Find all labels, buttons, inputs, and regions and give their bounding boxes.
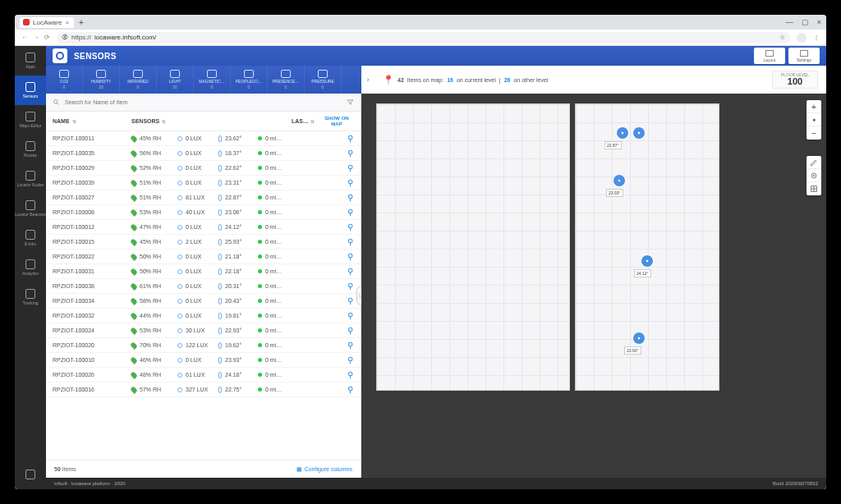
lux-value: 0 LUX: [186, 268, 215, 274]
floorplan-canvas[interactable]: 22.87°23.93°24.12°23.93° + ● −: [361, 94, 826, 478]
table-row[interactable]: RPZIOT-10002648% RH61 LUX24.18°0 mi…⚲: [46, 368, 361, 383]
show-on-map-pin[interactable]: ⚲: [346, 355, 354, 364]
map-sensor-pin[interactable]: [632, 126, 646, 140]
show-on-map-pin[interactable]: ⚲: [346, 134, 354, 143]
show-on-map-pin[interactable]: ⚲: [346, 149, 354, 158]
show-on-map-pin[interactable]: ⚲: [346, 282, 354, 291]
svg-point-4: [618, 180, 621, 182]
nav-reload-icon[interactable]: ⟳: [44, 34, 50, 41]
show-on-map-pin[interactable]: ⚲: [346, 311, 354, 320]
category-presence[interactable]: PRESENCE…0: [268, 66, 305, 94]
browser-tab[interactable]: LocAware ×: [20, 17, 74, 28]
table-row[interactable]: RPZIOT-10003458% RH0 LUX20.43°0 mi…⚲: [46, 294, 361, 309]
close-tab-icon[interactable]: ×: [65, 19, 69, 26]
show-on-map-pin[interactable]: ⚲: [346, 208, 354, 217]
window-maximize-icon[interactable]: ▢: [802, 18, 809, 26]
humidity-icon: [130, 371, 138, 379]
map-sensor-pin[interactable]: [641, 254, 654, 268]
category-humidity[interactable]: HUMIDITY20: [83, 66, 120, 94]
nav-back-icon[interactable]: ←: [21, 34, 28, 41]
svg-point-2: [622, 132, 624, 135]
zoom-out-button[interactable]: −: [807, 126, 821, 140]
sidebar-item-routes[interactable]: Routes: [15, 135, 46, 164]
star-icon[interactable]: ☆: [779, 34, 785, 41]
zoom-in-button[interactable]: +: [807, 100, 821, 113]
table-row[interactable]: RPZIOT-10003244% RH0 LUX19.81°0 mi…⚲: [46, 309, 361, 323]
sidebar-item-tracking[interactable]: Tracking: [15, 282, 46, 312]
filter-icon[interactable]: [347, 99, 354, 106]
table-row[interactable]: RPZIOT-10002952% RH0 LUX22.62°0 mi…⚲: [46, 161, 361, 176]
category-peopleco[interactable]: PEOPLECO…0: [231, 66, 268, 94]
category-light[interactable]: LIGHT20: [157, 66, 194, 94]
table-row[interactable]: RPZIOT-10003556% RH0 LUX18.37°0 mi…⚲: [46, 146, 361, 161]
table-body[interactable]: RPZIOT-10001145% RH0 LUX23.62°0 mi…⚲RPZI…: [46, 131, 361, 460]
show-on-map-pin[interactable]: ⚲: [346, 163, 354, 172]
show-on-map-pin[interactable]: ⚲: [346, 193, 354, 202]
sidebar-item-locator-nodes[interactable]: Locator Nodes: [15, 164, 46, 194]
settings-button[interactable]: Settings: [788, 48, 820, 64]
sidebar-item-sensors[interactable]: Sensors: [15, 76, 46, 105]
map-sensor-pin[interactable]: [613, 174, 626, 187]
target-tool-button[interactable]: [807, 169, 821, 182]
show-on-map-pin[interactable]: ⚲: [346, 222, 354, 231]
new-tab-button[interactable]: +: [79, 18, 84, 27]
window-minimize-icon[interactable]: —: [786, 18, 793, 26]
category-co[interactable]: CO20: [46, 66, 83, 94]
table-row[interactable]: RPZIOT-10001046% RH0 LUX23.93°0 mi…⚲: [46, 353, 361, 368]
table-row[interactable]: RPZIOT-10001657% RH327 LUX22.75°0 mi…⚲: [46, 383, 361, 397]
show-on-map-pin[interactable]: ⚲: [346, 252, 354, 261]
grid-tool-button[interactable]: [807, 182, 821, 195]
browser-menu-icon[interactable]: ⋮: [813, 34, 820, 41]
nav-forward-icon[interactable]: →: [33, 34, 39, 41]
last-value: 0 mi…: [265, 239, 290, 245]
sidebar-item-maps-editor[interactable]: Maps Editor: [15, 105, 46, 135]
map-pin-icon: 📍: [383, 75, 394, 85]
category-magnetic[interactable]: MAGNETIC…0: [194, 66, 231, 94]
sidebar-item-e-inks[interactable]: E-Inks: [15, 223, 46, 253]
table-row[interactable]: RPZIOT-10003150% RH0 LUX22.18°0 mi…⚲: [46, 264, 361, 279]
temp-icon: [218, 254, 222, 260]
category-scroll-right[interactable]: ›: [361, 66, 375, 94]
layout-button[interactable]: Layout: [754, 48, 785, 64]
col-name-header[interactable]: NAME⇅: [53, 118, 131, 124]
show-on-map-pin[interactable]: ⚲: [346, 267, 354, 276]
sidebar-item-apps[interactable]: Apps: [15, 46, 46, 76]
table-row[interactable]: RPZIOT-10003951% RH0 LUX23.31°0 mi…⚲: [46, 176, 361, 190]
search-input[interactable]: [65, 99, 342, 105]
lux-value: 30 LUX: [186, 328, 215, 333]
floor-selector[interactable]: FLOOR LEVEL 100: [772, 71, 818, 89]
show-on-map-pin[interactable]: ⚲: [346, 178, 354, 187]
table-row[interactable]: RPZIOT-10002250% RH0 LUX21.18°0 mi…⚲: [46, 250, 361, 264]
sidebar-item-analytics[interactable]: Analytics: [15, 253, 46, 282]
show-on-map-pin[interactable]: ⚲: [346, 385, 354, 394]
profile-avatar[interactable]: [797, 33, 807, 43]
table-row[interactable]: RPZIOT-10002751% RH81 LUX22.87°0 mi…⚲: [46, 190, 361, 205]
category-pressure[interactable]: PRESSURE0: [305, 66, 342, 94]
edit-tool-button[interactable]: [807, 156, 821, 169]
zoom-dot-button[interactable]: ●: [807, 113, 821, 126]
col-last-header[interactable]: LAS…⇅: [292, 118, 319, 124]
show-on-map-pin[interactable]: ⚲: [346, 341, 354, 350]
window-close-icon[interactable]: ×: [817, 18, 821, 26]
temp-icon: [218, 328, 222, 334]
table-row[interactable]: RPZIOT-10001247% RH0 LUX24.12°0 mi…⚲: [46, 220, 361, 235]
table-row[interactable]: RPZIOT-10001145% RH0 LUX23.62°0 mi…⚲: [46, 131, 361, 146]
table-row[interactable]: RPZIOT-10003861% RH0 LUX20.31°0 mi…⚲: [46, 279, 361, 294]
show-on-map-pin[interactable]: ⚲: [346, 237, 354, 246]
table-row[interactable]: RPZIOT-10002453% RH30 LUX22.93°0 mi…⚲: [46, 323, 361, 338]
url-bar[interactable]: ⦿ https://locaware.infsoft.com/ ☆: [57, 32, 790, 44]
map-sensor-pin[interactable]: [632, 332, 646, 345]
table-row[interactable]: RPZIOT-10000853% RH40 LUX23.06°0 mi…⚲: [46, 205, 361, 220]
col-sensors-header[interactable]: SENSORS⇅: [131, 118, 182, 124]
map-sensor-pin[interactable]: [616, 126, 629, 140]
show-on-map-pin[interactable]: ⚲: [346, 370, 354, 379]
show-on-map-pin[interactable]: ⚲: [346, 296, 354, 305]
configure-columns-button[interactable]: ▦Configure columns: [296, 466, 352, 473]
table-row[interactable]: RPZIOT-10002070% RH122 LUX19.62°0 mi…⚲: [46, 338, 361, 353]
category-infrared[interactable]: INFRARED0: [120, 66, 157, 94]
table-row[interactable]: RPZIOT-10001545% RH2 LUX25.93°0 mi…⚲: [46, 235, 361, 250]
sidebar-logout[interactable]: [15, 460, 46, 489]
app-sidebar: AppsSensorsMaps EditorRoutesLocator Node…: [15, 46, 46, 489]
sidebar-item-locator-beacons[interactable]: Locator Beacons: [15, 194, 46, 223]
show-on-map-pin[interactable]: ⚲: [346, 326, 354, 335]
